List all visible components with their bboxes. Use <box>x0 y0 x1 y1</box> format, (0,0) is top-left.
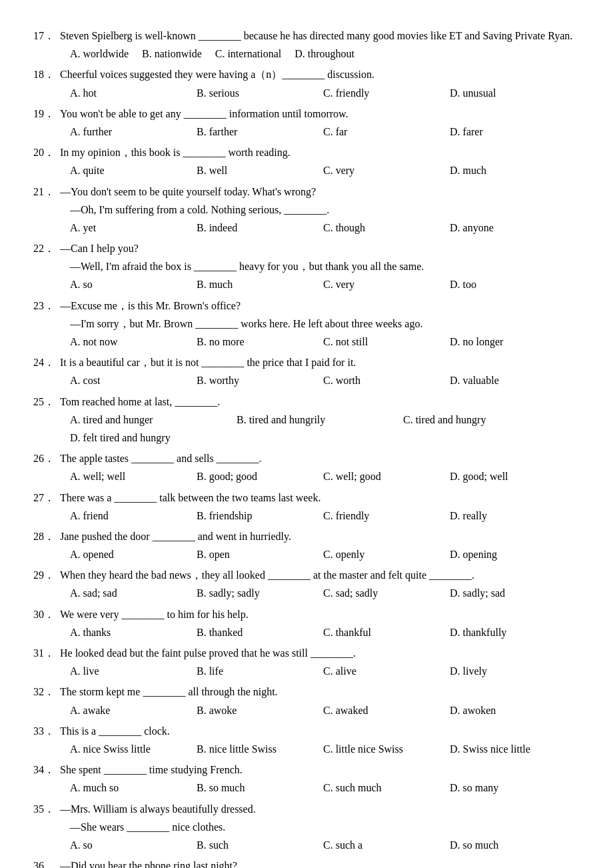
option-a: A. much so <box>70 779 183 797</box>
option-d: D. sadly; sad <box>450 584 563 602</box>
option-b: B. serious <box>197 84 310 102</box>
options-line: A. hotB. seriousC. friendlyD. unusual <box>33 84 580 102</box>
option-a: A. sad; sad <box>70 584 183 602</box>
question-block: 35．—Mrs. William is always beautifully d… <box>33 800 580 855</box>
option-d: D. so many <box>450 779 563 797</box>
option-d: D. no longer <box>450 333 563 351</box>
options-line: A. yetB. indeedC. thoughD. anyone <box>33 219 580 237</box>
quiz-content: 17．Steven Spielberg is well-known ______… <box>33 27 580 868</box>
question-text: —Mrs. William is always beautifully dres… <box>60 800 580 818</box>
options-line: A. openedB. openC. openlyD. opening <box>33 545 580 563</box>
option-b: B. nationwide <box>142 45 202 63</box>
question-line: 22．—Can I help you? <box>33 239 580 257</box>
option-b: B. thanked <box>197 623 310 641</box>
option-d: D. so much <box>450 836 563 854</box>
option-a: A. so <box>70 275 183 293</box>
question-block: 29．When they heard the bad news，they all… <box>33 566 580 602</box>
question-text: There was a ________ talk between the tw… <box>60 489 580 507</box>
question-continuation: —I'm sorry，but Mr. Brown ________ works … <box>33 315 580 333</box>
option-c: C. international <box>215 45 282 63</box>
question-text: We were very ________ to him for his hel… <box>60 605 580 623</box>
option-d: D. opening <box>450 545 563 563</box>
option-d: D. throughout <box>295 45 354 63</box>
question-text: Tom reached home at last, ________. <box>60 393 580 411</box>
options-line: A. well; wellB. good; goodC. well; goodD… <box>33 467 580 485</box>
option-d: D. unusual <box>450 84 563 102</box>
question-text: —Excuse me，is this Mr. Brown's office? <box>60 297 580 315</box>
question-number: 30． <box>33 605 60 623</box>
option-c: C. such much <box>323 779 436 797</box>
option-a: A. not now <box>70 333 183 351</box>
question-number: 19． <box>33 105 60 123</box>
option-c: C. sad; sadly <box>323 584 436 602</box>
option-d: D. much <box>450 161 563 179</box>
question-block: 34．She spent ________ time studying Fren… <box>33 761 580 797</box>
option-d: D. farer <box>450 123 563 141</box>
question-number: 23． <box>33 297 60 315</box>
question-text: He looked dead but the faint pulse prove… <box>60 644 580 662</box>
question-line: 30．We were very ________ to him for his … <box>33 605 580 623</box>
options-line: A. soB. muchC. veryD. too <box>33 275 580 293</box>
option-c: C. very <box>323 161 436 179</box>
option-d: D. lively <box>450 662 563 680</box>
question-number: 25． <box>33 393 60 411</box>
question-text: —Can I help you? <box>60 239 580 257</box>
question-text: She spent ________ time studying French. <box>60 761 580 779</box>
question-text: Jane pushed the door ________ and went i… <box>60 527 580 545</box>
question-block: 24．It is a beautiful car，but it is not _… <box>33 353 580 389</box>
option-b: B. good; good <box>197 467 310 485</box>
question-text: —You don't seem to be quite yourself tod… <box>60 183 580 201</box>
question-continuation: —Oh, I'm suffering from a cold. Nothing … <box>33 201 580 219</box>
question-number: 29． <box>33 566 60 584</box>
options-line: A. thanksB. thankedC. thankfulD. thankfu… <box>33 623 580 641</box>
option-a: A. awake <box>70 701 183 719</box>
option-b: B. worthy <box>197 371 310 389</box>
question-number: 35． <box>33 800 60 818</box>
question-number: 21． <box>33 183 60 201</box>
question-text: The apple tastes ________ and sells ____… <box>60 449 580 467</box>
option-c: C. friendly <box>323 84 436 102</box>
option-c: C. well; good <box>323 467 436 485</box>
question-text: This is a ________ clock. <box>60 722 580 740</box>
options-line: A. tired and hungerB. tired and hungrily… <box>33 411 580 447</box>
question-line: 19．You won't be able to get any ________… <box>33 105 580 123</box>
option-a: A. friend <box>70 507 183 525</box>
option-a: A. hot <box>70 84 183 102</box>
option-b: B. farther <box>197 123 310 141</box>
options-line: A. liveB. lifeC. aliveD. lively <box>33 662 580 680</box>
question-line: 20．In my opinion，this book is ________ w… <box>33 143 580 161</box>
option-a: A. further <box>70 123 183 141</box>
option-b: B. indeed <box>197 219 310 237</box>
question-block: 27．There was a ________ talk between the… <box>33 489 580 525</box>
option-c: C. such a <box>323 836 436 854</box>
options-line: A. furtherB. fartherC. farD. farer <box>33 123 580 141</box>
question-text: —Did you hear the phone ring last night? <box>60 857 580 868</box>
question-text: Steven Spielberg is well-known ________ … <box>60 27 580 45</box>
question-line: 34．She spent ________ time studying Fren… <box>33 761 580 779</box>
option-a: A. cost <box>70 371 183 389</box>
question-line: 25．Tom reached home at last, ________. <box>33 393 580 411</box>
options-line: A. costB. worthyC. worthD. valuable <box>33 371 580 389</box>
option-d: D. really <box>450 507 563 525</box>
option-d: D. good; well <box>450 467 563 485</box>
options-line: A. soB. suchC. such aD. so much <box>33 836 580 854</box>
option-c: C. friendly <box>323 507 436 525</box>
option-a: A. opened <box>70 545 183 563</box>
question-block: 32．The storm kept me ________ all throug… <box>33 683 580 719</box>
question-number: 32． <box>33 683 60 701</box>
question-line: 28．Jane pushed the door ________ and wen… <box>33 527 580 545</box>
question-block: 18．Cheerful voices suggested they were h… <box>33 65 580 101</box>
option-b: B. awoke <box>197 701 310 719</box>
question-text: It is a beautiful car，but it is not ____… <box>60 353 580 371</box>
options-line: A. much soB. so muchC. such muchD. so ma… <box>33 779 580 797</box>
option-b: B. well <box>197 161 310 179</box>
option-d: D. anyone <box>450 219 563 237</box>
option-b: B. such <box>197 836 310 854</box>
option-a: A. quite <box>70 161 183 179</box>
question-line: 21．—You don't seem to be quite yourself … <box>33 183 580 201</box>
question-line: 23．—Excuse me，is this Mr. Brown's office… <box>33 297 580 315</box>
question-line: 36．—Did you hear the phone ring last nig… <box>33 857 580 868</box>
option-a: A. yet <box>70 219 183 237</box>
option-a: A. well; well <box>70 467 183 485</box>
option-d: D. felt tired and hungry <box>70 429 223 447</box>
